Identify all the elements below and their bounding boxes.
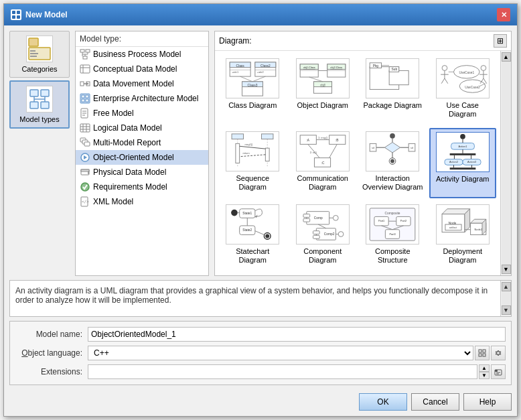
svg-text::B: :B	[336, 139, 339, 142]
model-item-xml[interactable]: </> XML Model	[76, 194, 208, 209]
svg-point-128	[390, 133, 395, 139]
model-type-panel: Model type: Business Process Model Conce…	[75, 31, 209, 276]
diagram-class[interactable]: Class +attr1 Class2 +attr2	[219, 55, 287, 125]
diagram-composite[interactable]: Composite Part1 Part2 Part3	[359, 201, 427, 271]
diagram-interaction-overview[interactable]: sd sd Interaction Overview Diagram	[359, 128, 427, 198]
data-movement-label: Data Movement Model	[93, 79, 174, 88]
model-item-logical[interactable]: Logical Data Model	[76, 121, 208, 135]
diagram-communication[interactable]: :A :B :C 1: msg() 2: m()	[289, 128, 357, 198]
diagram-statechart[interactable]: State1 State2	[219, 201, 287, 271]
svg-rect-1	[17, 11, 20, 14]
diagram-component[interactable]: Comp Comp2	[289, 201, 357, 271]
enterprise-label: Enterprise Architecture Model	[93, 94, 198, 103]
language-btn1[interactable]	[475, 346, 490, 360]
svg-line-174	[318, 224, 326, 228]
scroll-down[interactable]: ▼	[502, 265, 511, 274]
model-item-data-movement[interactable]: Data Movement Model	[76, 76, 208, 91]
diagram-deployment[interactable]: Node artifact Node2	[429, 201, 497, 271]
svg-rect-7	[30, 53, 38, 54]
extensions-input[interactable]	[88, 364, 477, 379]
svg-text:Composite: Composite	[385, 212, 400, 215]
extensions-spinner: ▲ ▼	[479, 364, 490, 379]
model-item-business-process[interactable]: Business Process Model	[76, 47, 208, 62]
svg-text:obj2:Class: obj2:Class	[330, 66, 342, 69]
business-process-icon	[80, 49, 90, 60]
svg-line-83	[309, 77, 322, 82]
component-diagram-thumbnail: Comp Comp2	[296, 204, 350, 244]
svg-rect-11	[30, 102, 38, 109]
extensions-browse-btn[interactable]	[491, 364, 506, 379]
svg-rect-6	[30, 50, 35, 52]
diagram-activity[interactable]: Action1 Action2	[429, 128, 497, 198]
svg-rect-208	[495, 370, 498, 372]
svg-rect-203	[479, 354, 481, 356]
svg-marker-130	[385, 142, 400, 152]
diagram-object[interactable]: obj1:Class obj2:Class obj3	[289, 55, 357, 125]
deployment-diagram-label: Deployment Diagram	[433, 247, 494, 265]
diagram-sequence[interactable]: msg1() return Sequence Diagram	[219, 128, 287, 198]
svg-text:2: m(): 2: m()	[309, 151, 317, 154]
svg-rect-16	[80, 50, 84, 52]
language-btn2[interactable]	[491, 346, 506, 360]
svg-rect-10	[41, 90, 49, 96]
description-text: An activity diagram is a UML diagram tha…	[15, 286, 488, 305]
spinner-down[interactable]: ▼	[479, 372, 490, 379]
diagram-grid: Class +attr1 Class2 +attr2	[215, 51, 500, 275]
package-diagram-thumbnail: Pkg Sub	[366, 58, 419, 98]
top-section: Categories Model ty	[9, 31, 512, 276]
dialog-body: Categories Model ty	[4, 25, 517, 416]
xml-icon: </>	[80, 196, 90, 207]
model-item-enterprise[interactable]: Enterprise Architecture Model	[76, 91, 208, 106]
category-model-types[interactable]: Model types	[9, 80, 70, 129]
title-text: New Model	[25, 10, 68, 19]
model-item-requirements[interactable]: Requirements Model	[76, 180, 208, 194]
data-movement-icon	[80, 78, 90, 89]
model-name-input[interactable]	[88, 327, 506, 342]
requirements-label: Requirements Model	[93, 182, 167, 192]
model-item-oo[interactable]: Object-Oriented Model	[76, 150, 208, 165]
ok-button[interactable]: OK	[359, 393, 407, 411]
svg-text::A: :A	[306, 139, 309, 142]
activity-diagram-label: Activity Diagram	[436, 175, 489, 184]
diagram-scrollbar[interactable]: ▲ ▼	[500, 51, 511, 275]
diagram-header: Diagram: ⊞	[215, 31, 511, 51]
model-type-list: Business Process Model Conceptual Data M…	[76, 46, 208, 275]
object-language-select[interactable]: C++ Java C#	[88, 346, 473, 360]
language-select-wrapper: C++ Java C#	[88, 346, 506, 360]
model-item-multi-model[interactable]: Multi-Model Report	[76, 135, 208, 150]
conceptual-label: Conceptual Data Model	[93, 64, 177, 74]
logical-icon	[80, 123, 90, 133]
spinner-up[interactable]: ▲	[479, 364, 490, 372]
svg-rect-172	[313, 235, 319, 238]
class-diagram-thumbnail: Class +attr1 Class2 +attr2	[226, 58, 279, 98]
requirements-icon	[80, 182, 90, 192]
sequence-diagram-thumbnail: msg1() return	[226, 131, 279, 171]
svg-rect-145	[449, 153, 475, 155]
model-item-free[interactable]: Free Model	[76, 106, 208, 121]
model-item-physical[interactable]: Physical Data Model	[76, 165, 208, 180]
scroll-up[interactable]: ▲	[502, 52, 511, 62]
help-button[interactable]: Help	[463, 393, 512, 411]
model-item-conceptual[interactable]: Conceptual Data Model	[76, 62, 208, 76]
category-categories[interactable]: Categories	[9, 31, 70, 78]
svg-rect-112	[266, 148, 270, 161]
svg-text:sd: sd	[372, 147, 374, 149]
categories-label: Categories	[21, 65, 57, 73]
svg-rect-0	[12, 11, 15, 14]
svg-text:Part3: Part3	[390, 233, 396, 236]
svg-rect-2	[12, 15, 15, 19]
svg-rect-111	[236, 143, 240, 163]
cancel-button[interactable]: Cancel	[411, 393, 459, 411]
diagram-use-case[interactable]: UseCase1 UseCase2	[429, 55, 497, 125]
desc-scrollbar[interactable]: ▲ ▼	[500, 281, 511, 316]
left-panel: Categories Model ty	[9, 31, 70, 276]
object-diagram-thumbnail: obj1:Class obj2:Class obj3	[296, 58, 350, 98]
grid-view-button[interactable]: ⊞	[494, 34, 507, 48]
svg-point-140	[460, 134, 465, 139]
close-button[interactable]: ✕	[497, 8, 510, 21]
conceptual-icon	[80, 64, 90, 74]
svg-rect-18	[83, 56, 87, 59]
object-diagram-label: Object Diagram	[297, 101, 348, 110]
svg-text:+attr1: +attr1	[232, 71, 238, 74]
diagram-package[interactable]: Pkg Sub Package Diagram	[359, 55, 427, 125]
